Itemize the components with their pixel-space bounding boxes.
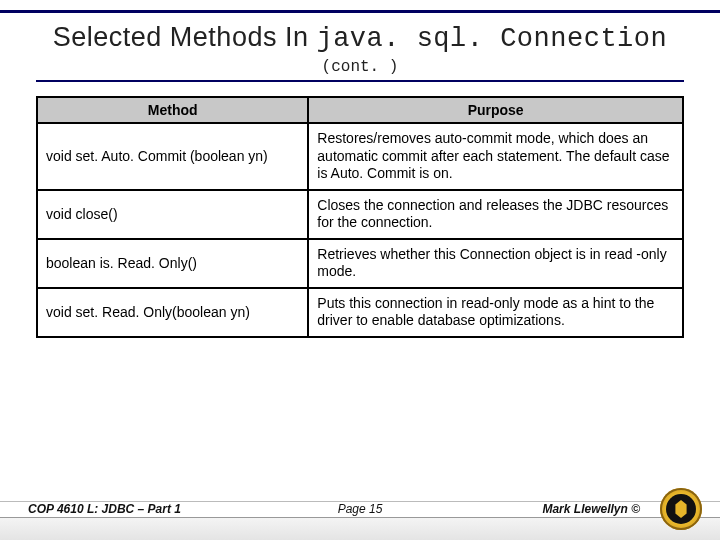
- cell-method: void close(): [37, 190, 308, 239]
- footer-bar: [0, 517, 720, 540]
- table-row: void set. Read. Only(boolean yn) Puts th…: [37, 288, 683, 337]
- table-row: void set. Auto. Commit (boolean yn) Rest…: [37, 123, 683, 190]
- slide-subtitle: (cont. ): [0, 58, 720, 76]
- footer: COP 4610 L: JDBC – Part 1 Page 15 Mark L…: [0, 486, 720, 540]
- cell-method: boolean is. Read. Only(): [37, 239, 308, 288]
- cell-method: void set. Read. Only(boolean yn): [37, 288, 308, 337]
- ucf-logo-icon: [660, 488, 702, 530]
- table-row: boolean is. Read. Only() Retrieves wheth…: [37, 239, 683, 288]
- cell-method: void set. Auto. Commit (boolean yn): [37, 123, 308, 190]
- title-prefix: Selected Methods In: [53, 22, 317, 52]
- slide-title: Selected Methods In java. sql. Connectio…: [0, 22, 720, 54]
- top-rule: [0, 10, 720, 13]
- cell-purpose: Closes the connection and releases the J…: [308, 190, 683, 239]
- slide: Selected Methods In java. sql. Connectio…: [0, 0, 720, 540]
- footer-right: Mark Llewellyn ©: [542, 502, 640, 516]
- title-rule: [36, 80, 684, 82]
- cell-purpose: Restores/removes auto-commit mode, which…: [308, 123, 683, 190]
- cell-purpose: Retrieves whether this Connection object…: [308, 239, 683, 288]
- table-header-row: Method Purpose: [37, 97, 683, 123]
- title-mono: java. sql. Connection: [316, 24, 667, 54]
- methods-table: Method Purpose void set. Auto. Commit (b…: [36, 96, 684, 338]
- header-purpose: Purpose: [308, 97, 683, 123]
- header-method: Method: [37, 97, 308, 123]
- cell-purpose: Puts this connection in read-only mode a…: [308, 288, 683, 337]
- table-row: void close() Closes the connection and r…: [37, 190, 683, 239]
